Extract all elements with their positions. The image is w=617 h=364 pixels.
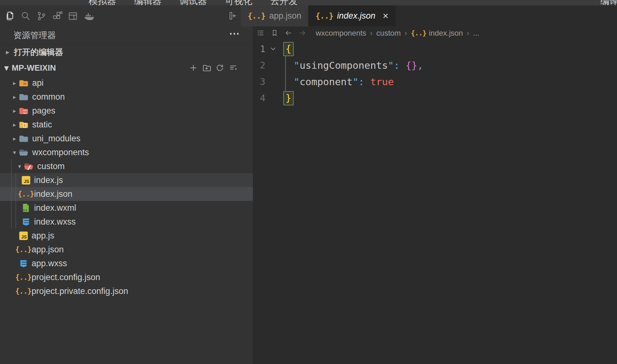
tree-item-label: common — [32, 92, 65, 102]
breadcrumb-item-...[interactable]: ... — [473, 29, 479, 38]
activity-extensions-icon[interactable] — [51, 10, 63, 22]
menu-item-2[interactable]: 调试器 — [179, 0, 207, 5]
tree-item-pages[interactable]: ▸pages — [0, 104, 253, 118]
activity-source-control-icon[interactable] — [35, 10, 47, 22]
breadcrumb-separator: › — [467, 29, 469, 38]
tree-item-label: app.js — [32, 231, 54, 241]
tab-app.json[interactable]: {..}app.json — [241, 5, 308, 26]
folder-icon — [19, 78, 29, 88]
code-token: " — [353, 76, 359, 87]
tree-item-index.js[interactable]: JSindex.js — [0, 173, 253, 187]
code-text: } — [283, 92, 294, 104]
menu-item-3[interactable]: 可视化 — [225, 0, 252, 5]
chevron-right-icon[interactable]: ▸ — [11, 135, 18, 142]
menu-item-1[interactable]: 编辑器 — [134, 0, 162, 5]
activity-files-icon[interactable] — [4, 10, 16, 22]
code-token: component — [300, 76, 353, 87]
bookmark-icon[interactable] — [270, 29, 279, 37]
tab-index.json[interactable]: {..}index.json✕ — [308, 5, 396, 26]
fold-chevron-icon[interactable] — [265, 45, 281, 53]
folder-icon — [24, 161, 34, 171]
tree-item-common[interactable]: ▸common — [0, 90, 253, 104]
tree-item-label: pages — [32, 106, 56, 116]
chevron-right-icon[interactable]: ▸ — [11, 79, 18, 87]
js-file-icon: JS — [19, 231, 28, 240]
explorer-sidebar: 资源管理器 ⋯ ▸ 打开的编辑器 ▾ MP-WEIXIN ▸api▸common… — [0, 26, 253, 364]
chevron-right-icon: ▸ — [4, 48, 11, 56]
arrow-left-icon[interactable] — [284, 29, 293, 37]
project-section[interactable]: ▾ MP-WEIXIN — [0, 60, 253, 76]
chevron-down-icon: ▾ — [4, 63, 9, 73]
menu-item-0[interactable]: 模拟器 — [89, 0, 116, 5]
matched-bracket: } — [283, 91, 294, 105]
more-actions-icon[interactable]: ⋯ — [229, 27, 240, 40]
tree-item-index.wxml[interactable]: index.wxml — [0, 201, 253, 215]
tree-item-label: app.json — [32, 245, 64, 255]
close-icon[interactable]: ✕ — [382, 12, 389, 20]
code-token: , — [417, 60, 423, 71]
tree-item-api[interactable]: ▸api — [0, 76, 253, 90]
open-editors-section[interactable]: ▸ 打开的编辑器 — [0, 44, 253, 60]
arrow-right-icon[interactable] — [298, 29, 307, 37]
code-token: true — [370, 76, 394, 87]
breadcrumb-item-wxcomponents[interactable]: wxcomponents — [316, 29, 366, 38]
code-line-2: 2"usingComponents": {}, — [253, 57, 617, 73]
new-file-icon[interactable] — [189, 63, 198, 73]
tree-item-app.json[interactable]: {..}app.json — [0, 243, 253, 256]
collapse-all-icon[interactable] — [228, 63, 238, 73]
tab-strip-row: {..}app.json{..}index.json✕ — [0, 5, 617, 26]
breadcrumb-item-custom[interactable]: custom — [376, 29, 401, 38]
json-braces-icon: {..} — [19, 245, 28, 254]
menu-item-4[interactable]: 云开发 — [270, 0, 298, 5]
folder-icon — [19, 120, 29, 129]
activity-search-icon[interactable] — [20, 10, 32, 22]
tree-item-label: static — [32, 120, 52, 130]
tree-item-app.wxss[interactable]: app.wxss — [0, 256, 253, 270]
code-token: " — [388, 60, 394, 71]
folder-icon — [19, 148, 29, 157]
tree-item-label: api — [32, 78, 44, 88]
tree-item-label: project.private.config.json — [32, 286, 128, 296]
chevron-down-icon[interactable]: ▾ — [16, 163, 23, 170]
code-text: "usingComponents": {}, — [283, 60, 423, 71]
tree-item-index.json[interactable]: {..}index.json — [0, 187, 253, 201]
tree-item-label: index.wxss — [34, 217, 76, 227]
breadcrumb-item-index.json[interactable]: {..}index.json — [411, 29, 463, 38]
breadcrumb-label: ... — [473, 29, 479, 38]
chevron-right-icon[interactable]: ▸ — [11, 121, 18, 128]
tree-item-static[interactable]: ▸static — [0, 118, 253, 132]
tree-item-project.private.config.json[interactable]: {..}project.private.config.json — [0, 284, 253, 298]
activity-docker-icon[interactable] — [83, 10, 95, 22]
activity-layout-icon[interactable] — [67, 10, 79, 22]
tree-item-wxcomponents[interactable]: ▾ wxcomponents — [0, 145, 253, 159]
new-folder-icon[interactable] — [202, 63, 211, 73]
refresh-icon[interactable] — [215, 63, 225, 73]
collapse-sidebar-icon[interactable] — [226, 10, 238, 22]
chevron-right-icon[interactable]: ▸ — [11, 107, 18, 114]
tree-item-index.wxss[interactable]: index.wxss — [0, 215, 253, 229]
tree-item-custom[interactable]: ▾ custom — [0, 159, 253, 173]
tree-item-uni_modules[interactable]: ▸uni_modules — [0, 132, 253, 145]
line-number: 2 — [253, 60, 265, 71]
code-token: " — [294, 60, 300, 71]
list-icon[interactable] — [256, 29, 265, 37]
json-braces-icon: {..} — [315, 11, 333, 21]
tree-item-project.config.json[interactable]: {..}project.config.json — [0, 270, 253, 284]
tree-item-label: wxcomponents — [32, 148, 89, 157]
top-menu-bar: 模拟器编辑器调试器可视化云开发 编译 — [0, 0, 617, 5]
json-braces-icon: {..} — [248, 11, 265, 21]
breadcrumb-label: wxcomponents — [316, 29, 366, 38]
code-token — [364, 76, 370, 87]
code-token — [400, 60, 406, 71]
code-area[interactable]: 1{2"usingComponents": {},3"component": t… — [253, 39, 617, 106]
breadcrumb: wxcomponents›custom›{..}index.json›... — [316, 29, 479, 38]
tree-item-app.js[interactable]: JSapp.js — [0, 229, 253, 243]
js-file-icon: JS — [21, 175, 31, 185]
menu-item-compile[interactable]: 编译 — [600, 0, 617, 5]
matched-bracket: { — [283, 42, 294, 56]
wechat-devtools-window: 模拟器编辑器调试器可视化云开发 编译 {..}app.json{..}index… — [0, 0, 617, 364]
code-token: : — [358, 76, 364, 87]
chevron-down-icon[interactable]: ▾ — [11, 149, 18, 156]
code-line-1: 1{ — [253, 41, 617, 57]
chevron-right-icon[interactable]: ▸ — [11, 93, 18, 101]
